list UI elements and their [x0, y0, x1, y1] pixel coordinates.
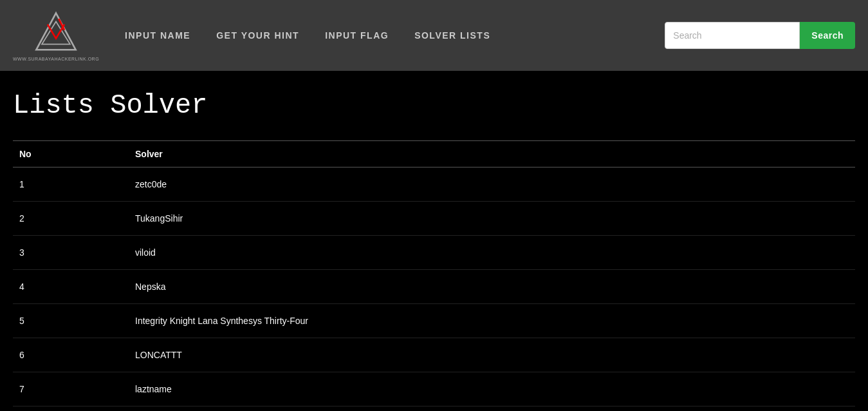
- col-header-solver: Solver: [129, 141, 855, 167]
- cell-solver: LONCATTT: [129, 338, 855, 372]
- cell-solver: viloid: [129, 236, 855, 270]
- table-body: 1zetc0de2TukangSihir3viloid4Nepska5Integ…: [13, 167, 855, 406]
- cell-solver: TukangSihir: [129, 202, 855, 236]
- cell-no: 5: [13, 304, 129, 338]
- table-row: 7laztname: [13, 372, 855, 406]
- nav-get-hint[interactable]: GET YOUR HINT: [216, 30, 299, 41]
- cell-solver: laztname: [129, 372, 855, 406]
- cell-no: 3: [13, 236, 129, 270]
- table-header-row: No Solver: [13, 141, 855, 167]
- nav-input-name[interactable]: INPUT NAME: [125, 30, 190, 41]
- main-content: Lists Solver No Solver 1zetc0de2TukangSi…: [0, 71, 868, 411]
- table-row: 6LONCATTT: [13, 338, 855, 372]
- cell-solver: Integrity Knight Lana Synthesys Thirty-F…: [129, 304, 855, 338]
- nav-solver-lists[interactable]: SOLVER LISTS: [414, 30, 490, 41]
- col-header-no: No: [13, 141, 129, 167]
- table-row: 3viloid: [13, 236, 855, 270]
- table-row: 4Nepska: [13, 270, 855, 304]
- logo-tagline: WWW.SURABAYAHACKERLINK.ORG: [13, 57, 99, 61]
- cell-no: 1: [13, 167, 129, 202]
- search-button[interactable]: Search: [800, 22, 855, 49]
- search-area: Search: [665, 22, 855, 49]
- logo-area: WWW.SURABAYAHACKERLINK.ORG: [13, 10, 99, 61]
- nav-input-flag[interactable]: INPUT FLAG: [325, 30, 389, 41]
- nav-links: INPUT NAME GET YOUR HINT INPUT FLAG SOLV…: [125, 30, 645, 41]
- page-title: Lists Solver: [13, 90, 855, 121]
- logo-icon: [33, 10, 78, 55]
- cell-no: 2: [13, 202, 129, 236]
- table-row: 5Integrity Knight Lana Synthesys Thirty-…: [13, 304, 855, 338]
- table-row: 1zetc0de: [13, 167, 855, 202]
- table-row: 2TukangSihir: [13, 202, 855, 236]
- cell-solver: Nepska: [129, 270, 855, 304]
- cell-no: 6: [13, 338, 129, 372]
- cell-solver: zetc0de: [129, 167, 855, 202]
- search-input[interactable]: [665, 22, 800, 49]
- cell-no: 4: [13, 270, 129, 304]
- navbar: WWW.SURABAYAHACKERLINK.ORG INPUT NAME GE…: [0, 0, 868, 71]
- cell-no: 7: [13, 372, 129, 406]
- solver-table: No Solver 1zetc0de2TukangSihir3viloid4Ne…: [13, 140, 855, 406]
